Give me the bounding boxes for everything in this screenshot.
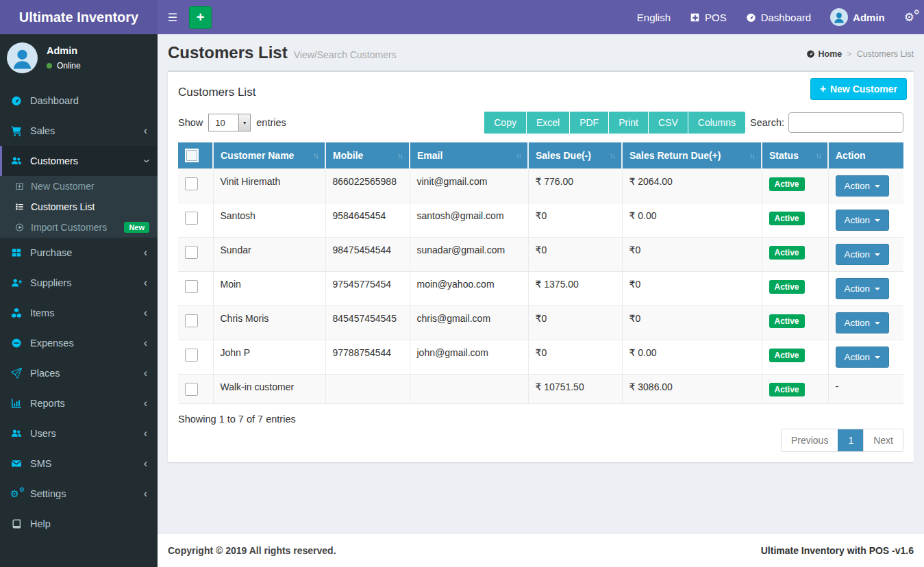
sidebar-item-places[interactable]: Places ‹ — [0, 358, 158, 388]
action-dropdown-button[interactable]: Action — [836, 210, 890, 231]
export-button[interactable]: Copy — [484, 112, 526, 134]
sidebar-user-status[interactable]: Online — [47, 61, 81, 71]
sidebar-item-help[interactable]: Help — [0, 509, 158, 539]
sidebar-item-sms[interactable]: SMS ‹ — [0, 449, 158, 479]
copyright-text: Copyright © 2019 All rights reserved. — [168, 545, 336, 556]
sidebar-item-settings[interactable]: ⚙⚙ Settings ‹ — [0, 479, 158, 509]
breadcrumb-separator: > — [847, 49, 851, 59]
cell-action: Action — [828, 272, 903, 306]
caret-down-icon — [875, 322, 880, 327]
cell-email: moin@yahoo.com — [410, 272, 528, 306]
nav-pos[interactable]: POS — [680, 0, 736, 34]
nav-dashboard[interactable]: Dashboard — [736, 0, 821, 34]
select-all-checkbox[interactable] — [185, 149, 199, 162]
action-dropdown-button[interactable]: Action — [836, 346, 890, 368]
row-checkbox[interactable] — [185, 349, 198, 362]
nav-language[interactable]: English — [627, 0, 680, 34]
app-logo[interactable]: Ultimate Inventory — [0, 0, 158, 34]
cell-email: chris@gmail.com — [410, 306, 528, 340]
sidebar-item-import-customers[interactable]: Import Customers New — [0, 217, 158, 238]
chevron-left-icon: ‹ — [144, 338, 147, 349]
search-label: Search: — [750, 117, 784, 128]
pagination-page-1[interactable]: 1 — [838, 429, 863, 451]
column-header-customer-name[interactable]: Customer Name↑↓ — [213, 142, 325, 169]
cell-action: Action — [828, 340, 903, 375]
sort-icon: ↑↓ — [745, 151, 754, 160]
minus-circle-icon — [10, 338, 23, 349]
column-header-sales-due[interactable]: Sales Due(-)↑↓ — [528, 142, 622, 169]
customer-row: Moin 97545775454 moin@yahoo.com ₹ 1375.0… — [178, 272, 903, 306]
sidebar-item-items[interactable]: Items ‹ — [0, 298, 158, 328]
action-dropdown-button[interactable]: Action — [836, 175, 890, 197]
grid-icon — [10, 247, 23, 258]
cart-icon — [10, 125, 23, 136]
sidebar-item-suppliers[interactable]: Suppliers ‹ — [0, 268, 158, 298]
nav-settings[interactable]: ⚙⚙ — [895, 0, 924, 34]
cell-mobile: 97545775454 — [325, 272, 410, 306]
column-header-sales-return-due[interactable]: Sales Return Due(+)↑↓ — [622, 142, 762, 169]
cell-checkbox — [178, 203, 213, 238]
export-buttons: CopyExcelPDFPrintCSVColumns — [484, 112, 745, 134]
users-icon — [10, 428, 23, 439]
sidebar-item-reports[interactable]: Reports ‹ — [0, 388, 158, 418]
cell-email: santosh@gmail.com — [410, 203, 528, 238]
export-button[interactable]: CSV — [649, 112, 688, 134]
quick-add-button[interactable]: + — [189, 6, 212, 29]
sidebar-item-purchase[interactable]: Purchase ‹ — [0, 238, 158, 268]
caret-down-icon — [875, 288, 880, 293]
sidebar-toggle-button[interactable]: ☰ — [158, 0, 188, 34]
row-checkbox[interactable] — [185, 177, 198, 190]
breadcrumb-home[interactable]: Home — [806, 49, 842, 59]
table-footer: Showing 1 to 7 of 7 entries Previous 1 N… — [178, 404, 903, 452]
pagination-next[interactable]: Next — [863, 429, 903, 451]
sidebar-item-sales[interactable]: Sales ‹ — [0, 116, 158, 146]
export-button[interactable]: Print — [609, 112, 648, 134]
table-info: Showing 1 to 7 of 7 entries — [178, 414, 296, 425]
action-dropdown-button[interactable]: Action — [836, 312, 890, 333]
new-customer-button[interactable]: + New Customer — [810, 78, 907, 100]
action-dropdown-button[interactable]: Action — [836, 244, 890, 265]
cell-customer-name: Moin — [213, 272, 325, 306]
cell-email: sunadar@gmail.com — [410, 238, 528, 272]
column-header-email[interactable]: Email↑↓ — [410, 142, 528, 169]
card-title: Customers List — [178, 86, 255, 99]
nav-user-menu[interactable]: Admin — [821, 0, 895, 34]
row-checkbox[interactable] — [185, 314, 198, 327]
sidebar-item-users[interactable]: Users ‹ — [0, 418, 158, 449]
search-input[interactable] — [788, 112, 903, 133]
sidebar-item-customers[interactable]: Customers ‹ — [0, 146, 158, 176]
page-length-control: Show 10 ▼ entries — [178, 114, 286, 131]
sort-icon: ↑↓ — [605, 151, 614, 160]
export-button[interactable]: PDF — [570, 112, 608, 134]
chevron-left-icon: ‹ — [144, 247, 147, 258]
status-badge: Active — [769, 383, 805, 396]
cogs-icon: ⚙⚙ — [10, 489, 23, 499]
cell-status: Active — [762, 340, 828, 375]
sidebar-item-customers-list[interactable]: Customers List — [0, 197, 158, 217]
row-checkbox[interactable] — [185, 280, 198, 293]
cell-status: Active — [762, 169, 828, 203]
row-checkbox[interactable] — [185, 212, 198, 225]
pagination-previous[interactable]: Previous — [782, 429, 838, 451]
sidebar-item-expenses[interactable]: Expenses ‹ — [0, 328, 158, 358]
cell-sales-return-due: ₹0 — [622, 306, 762, 340]
sidebar-item-dashboard[interactable]: Dashboard — [0, 86, 158, 116]
customers-submenu: New Customer Customers List Import Custo… — [0, 176, 158, 238]
sidebar-item-new-customer[interactable]: New Customer — [0, 176, 158, 197]
sidebar-menu: Dashboard Sales ‹ Customers ‹ New Custom… — [0, 86, 158, 539]
export-button[interactable]: Columns — [688, 112, 745, 134]
column-header-mobile[interactable]: Mobile↑↓ — [325, 142, 410, 169]
action-dropdown-button[interactable]: Action — [836, 278, 890, 299]
cell-sales-due: ₹0 — [528, 203, 622, 238]
row-checkbox[interactable] — [185, 246, 198, 259]
entries-select[interactable]: 10 ▼ — [208, 114, 251, 131]
cell-mobile: 845457454545 — [325, 306, 410, 340]
bar-chart-icon — [10, 398, 23, 409]
column-header-status[interactable]: Status↑↓ — [762, 142, 828, 169]
breadcrumb-current: Customers List — [857, 49, 914, 59]
cell-sales-return-due: ₹ 0.00 — [622, 203, 762, 238]
customers-table: Customer Name↑↓ Mobile↑↓ Email↑↓ Sales D… — [178, 142, 903, 404]
table-header-row: Customer Name↑↓ Mobile↑↓ Email↑↓ Sales D… — [178, 142, 903, 169]
row-checkbox[interactable] — [185, 383, 198, 396]
export-button[interactable]: Excel — [527, 112, 569, 134]
